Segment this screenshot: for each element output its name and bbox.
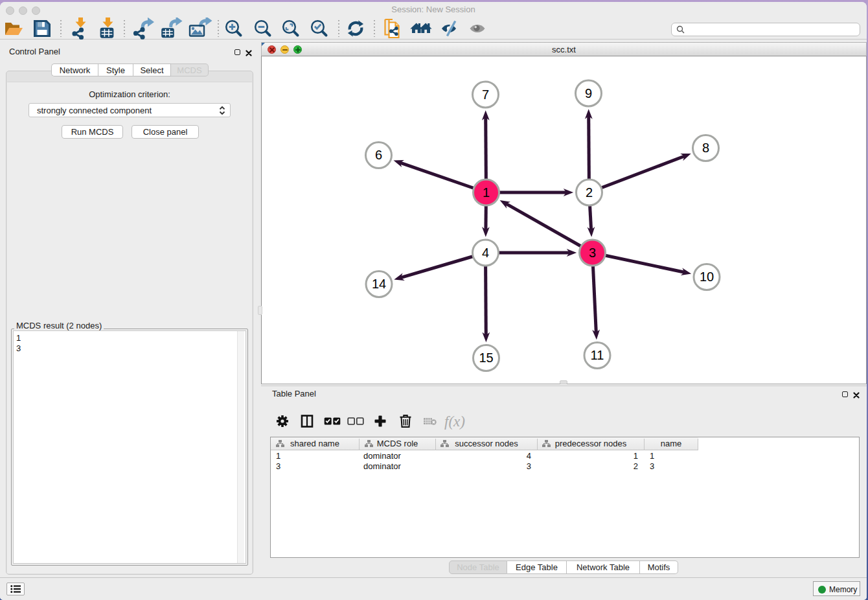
svg-text:14: 14 xyxy=(372,277,386,291)
svg-text:15: 15 xyxy=(479,351,493,365)
svg-text:10: 10 xyxy=(700,270,714,284)
svg-text:11: 11 xyxy=(591,348,604,362)
svg-text:8: 8 xyxy=(702,141,709,155)
svg-text:1: 1 xyxy=(483,185,490,200)
svg-text:3: 3 xyxy=(589,246,596,260)
svg-text:4: 4 xyxy=(482,246,489,260)
svg-text:9: 9 xyxy=(585,86,592,100)
svg-text:f(x): f(x) xyxy=(444,413,465,430)
svg-text:6: 6 xyxy=(375,148,382,162)
svg-text:2: 2 xyxy=(586,185,593,200)
svg-text:7: 7 xyxy=(482,87,489,102)
